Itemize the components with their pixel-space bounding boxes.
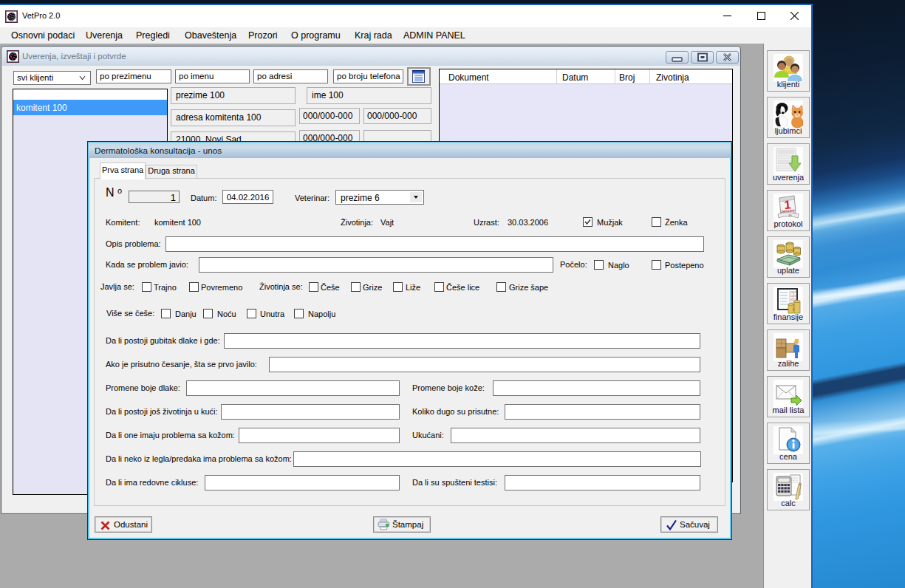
- svg-text:12: 12: [790, 295, 793, 298]
- svg-text:10: 10: [790, 291, 793, 294]
- svg-text:30: 30: [794, 295, 797, 298]
- svg-text:45: 45: [790, 298, 793, 301]
- svg-text:25: 25: [794, 291, 797, 294]
